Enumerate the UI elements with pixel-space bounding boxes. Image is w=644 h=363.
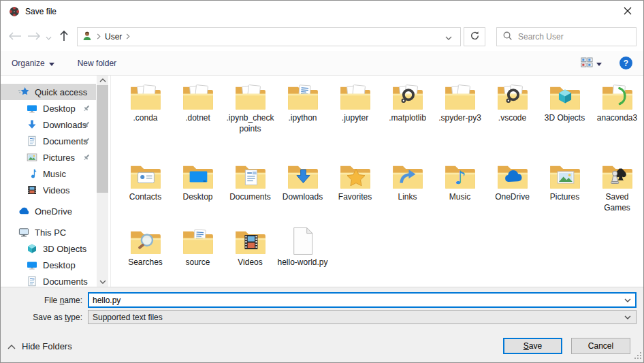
sidebar-item-documents[interactable]: Documents [1, 273, 96, 287]
save-as-type-dropdown-button[interactable] [619, 311, 636, 323]
folder-lines-icon [287, 82, 319, 111]
sidebar-item-pictures[interactable]: Pictures [1, 149, 96, 165]
sidebar-item-desktop[interactable]: Desktop [1, 257, 96, 273]
organize-button[interactable]: Organize [12, 59, 54, 68]
file-item[interactable]: Desktop [172, 161, 224, 202]
folder-papers-icon [444, 82, 477, 111]
file-item-label: Contacts [129, 191, 161, 202]
file-name-dropdown-button[interactable] [619, 293, 636, 307]
file-item-label: .spyder-py3 [438, 112, 481, 123]
file-item[interactable]: Documents [224, 161, 276, 202]
back-arrow-icon [8, 31, 22, 43]
arrow-down-blue-icon [27, 119, 37, 130]
file-item-label: hello-world.py [277, 257, 327, 268]
sidebar-item-3d-objects[interactable]: 3D Objects [1, 240, 96, 257]
file-item-label: .matplotlib [389, 112, 426, 123]
file-name-input[interactable] [88, 296, 619, 305]
file-item[interactable]: .conda [119, 82, 172, 123]
pin-icon [82, 137, 91, 145]
sidebar-scrollbar[interactable] [97, 76, 108, 287]
file-item[interactable]: Pictures [538, 161, 591, 202]
file-item-label: Saved Games [592, 191, 643, 213]
save-as-type-select[interactable]: Supported text files [88, 310, 637, 324]
file-item-label: OneDrive [495, 191, 530, 202]
breadcrumb-chevron-icon[interactable] [126, 32, 130, 42]
breadcrumb[interactable]: User [82, 31, 130, 44]
file-item[interactable]: hello-world.py [276, 227, 329, 268]
sidebar-item-onedrive[interactable]: OneDrive [1, 203, 96, 219]
scroll-up-icon[interactable] [97, 76, 108, 85]
file-item-label: Music [449, 191, 470, 202]
file-item[interactable]: .jupyter [329, 82, 381, 123]
cancel-button[interactable]: Cancel [571, 338, 630, 354]
sidebar-item-videos[interactable]: Videos [1, 182, 96, 198]
sidebar-item-desktop[interactable]: Desktop [1, 100, 96, 116]
svg-text:♪: ♪ [454, 167, 466, 188]
file-item-label: .dotnet [185, 112, 210, 123]
sidebar-item-documents[interactable]: Documents [1, 133, 96, 149]
file-item[interactable]: Searches [119, 227, 172, 268]
file-grid-row: SearchessourceVideoshello-world.py [119, 227, 643, 268]
sidebar-item-this-pc[interactable]: This PC [1, 224, 96, 240]
close-button[interactable] [612, 1, 643, 22]
file-item[interactable]: source [172, 227, 224, 268]
file-item[interactable]: .dotnet [172, 82, 224, 123]
up-button[interactable] [54, 27, 74, 46]
sidebar-item-music[interactable]: Music [1, 165, 96, 182]
file-item[interactable]: OneDrive [486, 161, 538, 202]
folder-link-icon [391, 161, 424, 190]
file-item[interactable]: .spyder-py3 [434, 82, 486, 123]
forward-button[interactable] [25, 27, 43, 46]
file-item[interactable]: Contacts [119, 161, 172, 202]
breadcrumb-segment-user[interactable]: User [105, 32, 122, 42]
file-item-label: source [185, 257, 210, 268]
file-grid-row: .conda.dotnet.ipynb_checkpoints.ipython.… [119, 82, 643, 161]
film-icon [27, 185, 37, 195]
file-item[interactable]: .ipynb_checkpoints [224, 82, 276, 134]
scrollbar-thumb[interactable] [97, 85, 108, 193]
file-item[interactable]: .vscode [486, 82, 538, 123]
address-bar[interactable]: User [77, 27, 461, 46]
recent-locations-button[interactable] [43, 27, 54, 46]
pin-icon [82, 121, 91, 129]
file-item[interactable]: Favorites [329, 161, 381, 202]
cloud-icon [18, 206, 29, 217]
back-button[interactable] [5, 27, 25, 46]
app-icon [9, 6, 20, 17]
resize-grip-icon[interactable] [634, 350, 642, 362]
address-dropdown-button[interactable] [441, 31, 456, 43]
file-item[interactable]: Links [381, 161, 434, 202]
folder-search-icon [129, 227, 162, 255]
up-arrow-icon [60, 30, 68, 44]
save-button[interactable]: Save [503, 338, 562, 354]
file-item-label: Favorites [338, 191, 372, 202]
hide-folders-button[interactable]: Hide Folders [7, 341, 72, 351]
window-title: Save file [25, 7, 57, 16]
file-name-label: File name: [1, 296, 88, 305]
sidebar-item-downloads[interactable]: Downloads [1, 116, 96, 133]
file-item[interactable]: Saved Games [591, 161, 643, 213]
search-input[interactable] [518, 32, 630, 42]
file-item-label: Documents [229, 191, 271, 202]
sidebar-item-label: Videos [43, 185, 96, 195]
file-item[interactable]: .matplotlib [381, 82, 434, 123]
file-item[interactable]: ♪Music [434, 161, 486, 202]
file-item-label: Videos [238, 257, 262, 268]
file-item[interactable]: Downloads [276, 161, 329, 202]
file-item[interactable]: Videos [224, 227, 276, 268]
sidebar-item-label: Desktop [43, 260, 96, 270]
grid-view-icon [581, 57, 593, 69]
chevron-down-icon[interactable] [596, 59, 602, 68]
help-button[interactable]: ? [619, 57, 632, 69]
sidebar-item-quick-access[interactable]: Quick access [1, 84, 96, 100]
file-item[interactable]: anaconda3 [591, 82, 643, 123]
scroll-down-icon[interactable] [97, 277, 108, 287]
new-folder-button[interactable]: New folder [78, 59, 116, 68]
file-item[interactable]: 3D Objects [538, 82, 591, 123]
change-view-button[interactable] [581, 57, 602, 69]
refresh-button[interactable] [464, 27, 485, 46]
folder-screen-icon [182, 161, 214, 190]
save-as-type-value: Supported text files [88, 313, 619, 322]
scrollbar-track[interactable] [97, 85, 108, 277]
file-item[interactable]: .ipython [276, 82, 329, 123]
